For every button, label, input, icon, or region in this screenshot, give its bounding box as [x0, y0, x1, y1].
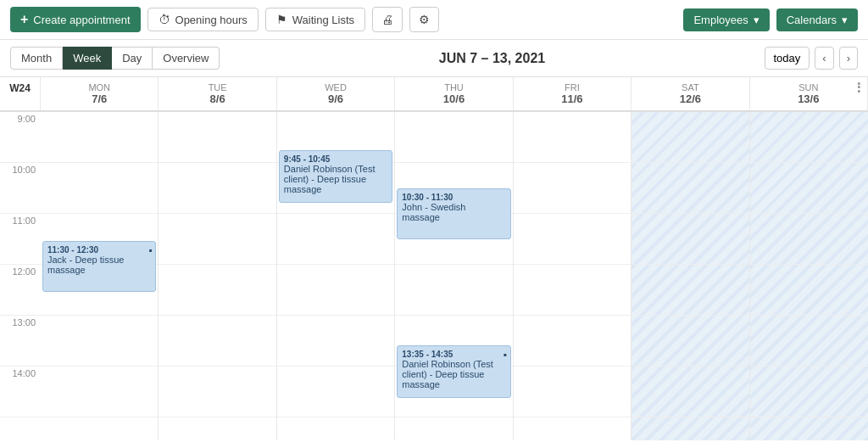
settings-button[interactable]: ⚙ — [409, 7, 439, 32]
appointment-john-swedish[interactable]: 10:30 - 11:30 John - Swedish massage — [397, 188, 510, 239]
print-icon: 🖨 — [381, 13, 393, 26]
calendar-nav-right: today ‹ › — [765, 47, 859, 70]
create-appointment-label: Create appointment — [33, 14, 130, 26]
appointment-daniel-thu-deep-tissue[interactable]: 13:35 - 14:35 Daniel Robinson (Test clie… — [397, 345, 510, 398]
today-button[interactable]: today — [765, 47, 810, 70]
day-header-tue: TUE 8/6 ⋮ — [159, 77, 276, 110]
day-header-fri: FRI 11/6 — [514, 77, 632, 110]
calendar-header: W24 MON 7/6 TUE 8/6 ⋮ WED 9/6 ⋮ THU 10/6… — [0, 77, 868, 112]
appt-name: Daniel Robinson (Test client) - Deep tis… — [402, 359, 505, 389]
plus-icon: + — [20, 12, 28, 27]
day-col-sun — [750, 112, 868, 440]
tab-overview[interactable]: Overview — [153, 47, 220, 70]
appt-time: 11:30 - 12:30 — [47, 245, 98, 255]
calendar-body: 9:00 10:00 11:00 12:00 13:00 14:00 11:30… — [0, 112, 868, 440]
calendars-label: Calendars — [787, 14, 837, 26]
day-col-sat — [632, 112, 749, 440]
time-slot-1200: 12:00 — [0, 265, 41, 316]
print-button[interactable]: 🖨 — [372, 7, 403, 32]
day-header-sat: SAT 12/6 — [632, 77, 749, 110]
chevron-down-icon: ▾ — [842, 14, 848, 26]
settings-icon: ⚙ — [419, 13, 430, 26]
appointment-jack-deep-tissue[interactable]: 11:30 - 12:30 Jack - Deep tissue massage… — [42, 241, 156, 292]
time-slot-1300: 13:00 — [0, 316, 41, 367]
appt-name: Jack - Deep tissue massage — [47, 255, 151, 275]
thu-menu-icon[interactable]: ⋮ — [853, 81, 865, 94]
toolbar: + Create appointment ⏱ Opening hours ⚑ W… — [0, 0, 868, 40]
time-slot-1000: 10:00 — [0, 163, 41, 214]
waiting-lists-label: Waiting Lists — [292, 14, 354, 26]
appt-time: 13:35 - 14:35 — [402, 350, 453, 359]
toolbar-right: Employees ▾ Calendars ▾ — [683, 8, 858, 31]
time-slot-900: 9:00 — [0, 112, 41, 163]
day-col-fri — [514, 112, 632, 440]
time-slot-1100: 11:00 — [0, 214, 41, 265]
day-header-wed: WED 9/6 ⋮ — [277, 77, 395, 110]
calendar: W24 MON 7/6 TUE 8/6 ⋮ WED 9/6 ⋮ THU 10/6… — [0, 77, 868, 440]
employees-button[interactable]: Employees ▾ — [683, 8, 769, 31]
tab-month[interactable]: Month — [10, 47, 63, 70]
day-col-wed: 9:45 - 10:45 Daniel Robinson (Test clien… — [277, 112, 395, 440]
appt-name: Daniel Robinson (Test client) - Deep tis… — [284, 164, 387, 194]
waiting-lists-button[interactable]: ⚑ Waiting Lists — [265, 8, 365, 31]
clock-icon: ⏱ — [159, 13, 170, 26]
list-icon: ⚑ — [276, 13, 287, 26]
document-icon: ▪ — [503, 349, 506, 361]
opening-hours-label: Opening hours — [175, 14, 248, 26]
view-tabs: Month Week Day Overview — [10, 47, 220, 70]
day-col-tue — [159, 112, 276, 440]
day-header-thu: THU 10/6 ⋮ — [395, 77, 513, 110]
day-columns: 11:30 - 12:30 Jack - Deep tissue massage… — [41, 112, 868, 440]
next-button[interactable]: › — [839, 47, 858, 70]
calendar-title: JUN 7 – 13, 2021 — [220, 51, 764, 66]
day-col-mon: 11:30 - 12:30 Jack - Deep tissue massage… — [41, 112, 159, 440]
prev-button[interactable]: ‹ — [815, 47, 833, 70]
appt-name: John - Swedish massage — [402, 202, 505, 222]
day-col-thu: 10:30 - 11:30 John - Swedish massage 13:… — [395, 112, 513, 440]
create-appointment-button[interactable]: + Create appointment — [10, 7, 141, 32]
tab-week[interactable]: Week — [63, 47, 112, 70]
document-icon: ▪ — [148, 244, 152, 256]
chevron-down-icon: ▾ — [754, 14, 760, 26]
calendar-nav-bar: Month Week Day Overview JUN 7 – 13, 2021… — [0, 40, 868, 77]
opening-hours-button[interactable]: ⏱ Opening hours — [147, 8, 259, 31]
week-number-header: W24 — [0, 77, 41, 110]
tab-day[interactable]: Day — [112, 47, 153, 70]
day-header-mon: MON 7/6 — [41, 77, 159, 110]
time-slot-1400: 14:00 — [0, 367, 41, 417]
appt-time: 9:45 - 10:45 — [284, 154, 330, 164]
appointment-daniel-wed-deep-tissue[interactable]: 9:45 - 10:45 Daniel Robinson (Test clien… — [279, 150, 392, 203]
appt-time: 10:30 - 11:30 — [402, 193, 453, 202]
time-column: 9:00 10:00 11:00 12:00 13:00 14:00 — [0, 112, 41, 440]
day-header-sun: SUN 13/6 — [750, 77, 868, 110]
calendars-button[interactable]: Calendars ▾ — [776, 8, 858, 31]
employees-label: Employees — [693, 14, 748, 26]
week-num-label: W24 — [9, 82, 31, 94]
